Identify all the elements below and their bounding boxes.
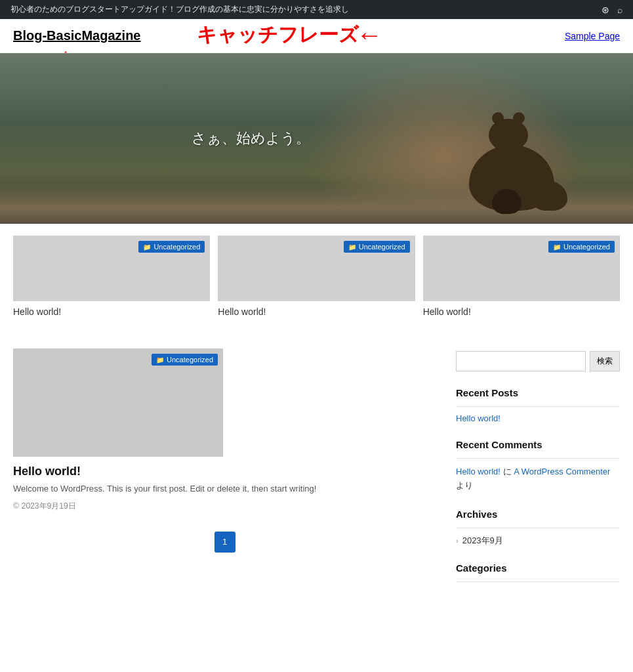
recent-posts-widget: Recent Posts Hello world! [456, 387, 620, 423]
primary-column: Uncategorized Hello world! Welcome to Wo… [13, 348, 436, 598]
featured-card-1[interactable]: Uncategorized Hello world! [13, 236, 210, 317]
pagination: 1 [13, 532, 436, 553]
bear-body [469, 145, 554, 211]
featured-card-2[interactable]: Uncategorized Hello world! [218, 236, 415, 317]
search-widget: 検索 [456, 351, 620, 371]
recent-comments-widget: Recent Comments Hello world! に A WordPre… [456, 439, 620, 493]
clock-icon: © [13, 501, 19, 511]
folder-icon-1 [143, 243, 151, 251]
recent-comment-link[interactable]: Hello world! [456, 467, 500, 476]
catchphrase-arrow: ← [356, 20, 382, 50]
featured-card-3[interactable]: Uncategorized Hello world! [423, 236, 620, 317]
page-1-button[interactable]: 1 [214, 532, 235, 553]
bear-head [489, 119, 528, 152]
post-excerpt: Welcome to WordPress. This is your first… [13, 482, 436, 495]
bear-illustration [469, 145, 554, 211]
post-folder-icon [156, 356, 164, 364]
bear-ear-left [492, 112, 504, 124]
main-area: Uncategorized Hello world! Welcome to Wo… [0, 348, 633, 624]
featured-card-3-title: Hello world! [423, 306, 620, 317]
featured-card-2-category: Uncategorized [344, 241, 410, 253]
site-header: Blog-BasicMagazine キャッチフレーズ ← ↑ ブログタイトル … [0, 19, 633, 53]
recent-post-1[interactable]: Hello world! [456, 413, 620, 423]
featured-card-2-title: Hello world! [218, 306, 415, 317]
featured-card-1-image: Uncategorized [13, 236, 210, 301]
recent-comments-title: Recent Comments [456, 439, 620, 450]
archives-widget: Archives › 2023年9月 [456, 509, 620, 547]
cub2 [492, 189, 521, 214]
search-icon[interactable]: ⌕ [617, 5, 623, 15]
site-title[interactable]: Blog-BasicMagazine [13, 28, 140, 43]
categories-divider [456, 581, 620, 582]
sidebar: 検索 Recent Posts Hello world! Recent Comm… [456, 348, 620, 598]
rss-icon[interactable]: ⊛ [602, 5, 609, 15]
chevron-right-icon: › [456, 537, 459, 545]
archive-item-1[interactable]: › 2023年9月 [456, 535, 620, 547]
archives-title: Archives [456, 509, 620, 520]
featured-card-3-image: Uncategorized [423, 236, 620, 301]
admin-bar-icons: ⊛ ⌕ [602, 5, 623, 15]
folder-icon-3 [553, 243, 561, 251]
folder-icon-2 [348, 243, 356, 251]
spacer [0, 329, 633, 348]
featured-card-2-image: Uncategorized [218, 236, 415, 301]
recent-comments-divider [456, 458, 620, 459]
featured-card-1-title: Hello world! [13, 306, 210, 317]
post-card-1: Uncategorized Hello world! Welcome to Wo… [13, 348, 436, 512]
categories-title: Categories [456, 562, 620, 574]
catchphrase-label: キャッチフレーズ [197, 22, 359, 49]
post-date: 2023年9月19日 [22, 501, 76, 512]
bear-ear-right [513, 112, 525, 124]
admin-bar: 初心者のためのブログスタートアップガイド！ブログ作成の基本に忠実に分かりやすさを… [0, 0, 633, 19]
hero-section: さぁ、始めよう。 [0, 53, 633, 224]
search-input[interactable] [456, 351, 586, 371]
categories-widget: Categories [456, 562, 620, 582]
search-button[interactable]: 検索 [590, 351, 620, 371]
post-title[interactable]: Hello world! [13, 465, 436, 478]
featured-grid: Uncategorized Hello world! Uncategorized… [0, 224, 633, 329]
recent-comment-1: Hello world! に A WordPress Commenter より [456, 465, 620, 493]
post-category-badge[interactable]: Uncategorized [152, 354, 218, 366]
recent-posts-title: Recent Posts [456, 387, 620, 398]
post-meta: © 2023年9月19日 [13, 501, 436, 512]
featured-card-3-category: Uncategorized [548, 241, 615, 253]
cub1 [531, 181, 567, 211]
catchphrase-annotation: キャッチフレーズ ← [197, 20, 382, 50]
site-nav: Sample Page [565, 31, 620, 41]
admin-bar-text: 初心者のためのブログスタートアップガイド！ブログ作成の基本に忠実に分かりやすさを… [10, 4, 602, 15]
commenter-link[interactable]: A WordPress Commenter [514, 467, 610, 476]
featured-card-1-category: Uncategorized [138, 241, 205, 253]
nav-sample-page[interactable]: Sample Page [565, 31, 620, 41]
post-card-image: Uncategorized [13, 348, 223, 457]
archives-divider [456, 528, 620, 528]
hero-tagline: さぁ、始めよう。 [192, 129, 310, 148]
recent-posts-divider [456, 406, 620, 407]
archive-label-1: 2023年9月 [462, 535, 503, 547]
